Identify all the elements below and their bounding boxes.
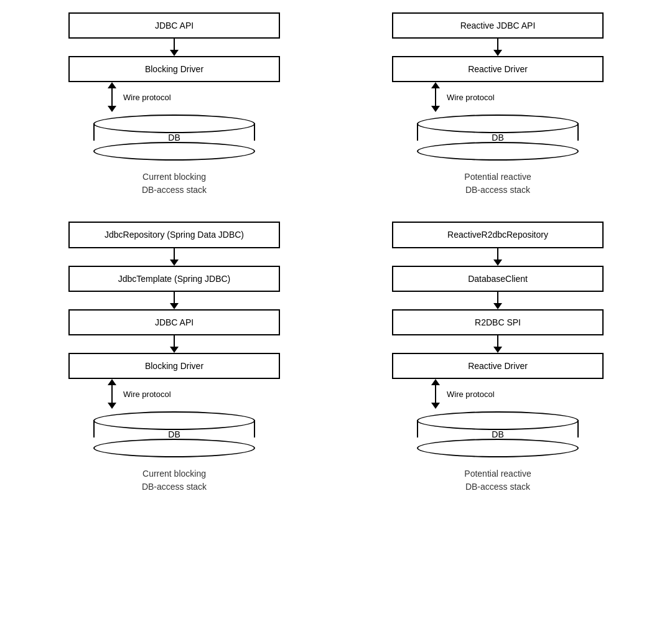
box-blocking-driver-bottom: Blocking Driver — [68, 353, 280, 379]
wire-protocol-label-bottom-right: Wire protocol — [447, 390, 495, 399]
box-blocking-driver-top: Blocking Driver — [68, 56, 280, 82]
db-label-bottom-left: DB — [168, 429, 180, 439]
db-bottom-ellipse-r — [417, 142, 579, 161]
caption-top-left: Current blocking DB-access stack — [142, 171, 207, 197]
box-reactive-driver-top: Reactive Driver — [392, 56, 604, 82]
diagrams-container: JDBC API Blocking Driver Wire protocol — [12, 12, 660, 493]
bottom-left-diagram: JdbcRepository (Spring Data JDBC) JdbcTe… — [37, 222, 311, 493]
box-database-client: DatabaseClient — [392, 266, 604, 292]
db-bottom-ellipse-bl — [93, 439, 255, 457]
caption-top-right: Potential reactive DB-access stack — [464, 171, 531, 197]
box-jdbc-repo: JdbcRepository (Spring Data JDBC) — [68, 222, 280, 248]
db-bottom-ellipse — [93, 142, 255, 161]
db-label-top-left: DB — [168, 133, 180, 143]
box-reactive-jdbc-api: Reactive JDBC API — [392, 12, 604, 39]
caption-bottom-right: Potential reactive DB-access stack — [464, 467, 531, 493]
box-jdbc-api-bottom: JDBC API — [68, 309, 280, 335]
db-label-bottom-right: DB — [492, 429, 503, 439]
db-cylinder-top-right: DB — [417, 115, 579, 161]
bottom-right-diagram: ReactiveR2dbcRepository DatabaseClient R… — [361, 222, 635, 493]
db-bottom-ellipse-br — [417, 439, 579, 457]
caption-bottom-left: Current blocking DB-access stack — [142, 467, 207, 493]
wire-protocol-label-top-left: Wire protocol — [123, 93, 171, 102]
top-diagram-row: JDBC API Blocking Driver Wire protocol — [12, 12, 660, 197]
db-cylinder-bottom-left: DB — [93, 411, 255, 457]
db-label-top-right: DB — [492, 133, 503, 143]
box-r2dbc-repo: ReactiveR2dbcRepository — [392, 222, 604, 248]
wire-protocol-label-bottom-left: Wire protocol — [123, 390, 171, 399]
wire-protocol-label-top-right: Wire protocol — [447, 93, 495, 102]
db-cylinder-top-left: DB — [93, 115, 255, 161]
box-r2dbc-spi: R2DBC SPI — [392, 309, 604, 335]
top-left-diagram: JDBC API Blocking Driver Wire protocol — [37, 12, 311, 197]
db-cylinder-bottom-right: DB — [417, 411, 579, 457]
box-jdbc-api: JDBC API — [68, 12, 280, 39]
db-top-ellipse-bl — [93, 411, 255, 430]
top-right-diagram: Reactive JDBC API Reactive Driver Wire p… — [361, 12, 635, 197]
bottom-diagram-row: JdbcRepository (Spring Data JDBC) JdbcTe… — [12, 222, 660, 493]
box-reactive-driver-bottom: Reactive Driver — [392, 353, 604, 379]
box-jdbc-template: JdbcTemplate (Spring JDBC) — [68, 266, 280, 292]
db-top-ellipse-br — [417, 411, 579, 430]
